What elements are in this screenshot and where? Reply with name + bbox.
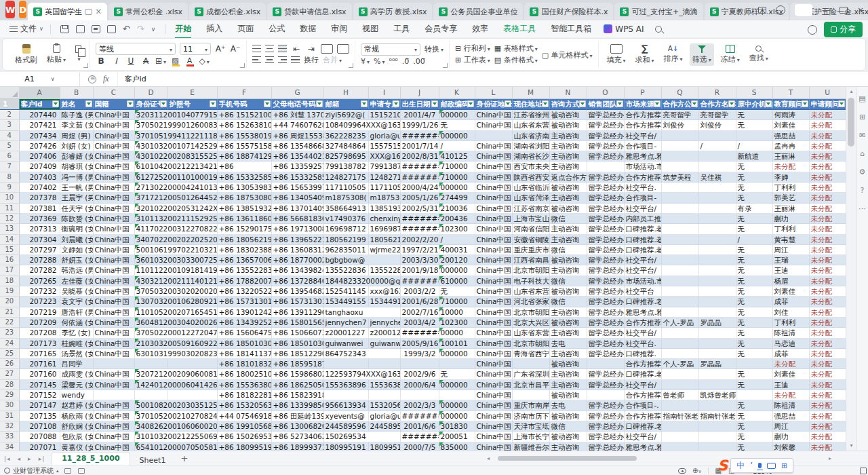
cell[interactable]: 500106199702210321 bbox=[134, 244, 217, 254]
cell[interactable]: China中国 bbox=[475, 140, 512, 151]
cell[interactable]: +86 田延岭13954 bbox=[271, 411, 323, 421]
cell[interactable]: 被动咨询 bbox=[549, 411, 587, 421]
cell[interactable] bbox=[323, 390, 368, 400]
cell[interactable]: 210303200509160922 bbox=[134, 338, 217, 348]
increase-font-icon[interactable]: A⁺ bbox=[215, 44, 226, 54]
header-cell-A[interactable]: 客户id bbox=[19, 99, 60, 110]
cell[interactable]: 无 bbox=[736, 297, 772, 307]
cell[interactable]: 207088 bbox=[19, 432, 60, 442]
cell[interactable]: 430103200107142529 bbox=[134, 140, 217, 151]
cell[interactable]: China中国 bbox=[475, 379, 512, 390]
comma-style-icon[interactable]: ⁰⁰⁰ bbox=[389, 57, 398, 66]
cell[interactable]: ziyi5692@( bbox=[323, 110, 368, 120]
cell[interactable]: 社交平台/ bbox=[624, 130, 661, 140]
cell[interactable] bbox=[661, 400, 698, 411]
cell[interactable]: 电子科技大 bbox=[512, 276, 549, 286]
cell[interactable] bbox=[661, 421, 698, 431]
search-icon[interactable] bbox=[655, 26, 662, 33]
cell[interactable]: 207426 bbox=[19, 140, 60, 151]
cell[interactable] bbox=[698, 244, 736, 254]
cell[interactable] bbox=[661, 193, 698, 203]
row-number[interactable]: 9 bbox=[0, 183, 19, 193]
row-number[interactable]: 11 bbox=[0, 203, 19, 213]
convert-button[interactable]: 转换 bbox=[425, 44, 443, 54]
scroll-right-icon[interactable]: ▸ bbox=[829, 455, 831, 461]
cell[interactable]: 周江 bbox=[772, 421, 809, 431]
cell[interactable]: +86 18002510 bbox=[217, 369, 271, 379]
filter-button[interactable]: 筛选 bbox=[690, 43, 714, 66]
cell[interactable]: 207288 bbox=[19, 255, 60, 265]
cell[interactable] bbox=[93, 390, 134, 400]
cell[interactable]: 000000 bbox=[439, 379, 475, 390]
cell[interactable]: China中国 bbox=[475, 411, 512, 421]
cell[interactable]: 无 bbox=[736, 338, 772, 348]
cell[interactable] bbox=[587, 359, 624, 369]
table-style-button[interactable]: ▦ 表格样式 bbox=[494, 43, 538, 54]
cell[interactable]: 天津市宝坻 bbox=[512, 421, 549, 431]
cell[interactable]: 微信 bbox=[549, 297, 587, 307]
cell[interactable]: 207145 bbox=[19, 379, 60, 390]
menu-tab-插入[interactable]: 插入 bbox=[199, 21, 229, 37]
cell[interactable]: China中国 bbox=[93, 379, 134, 390]
cell[interactable] bbox=[661, 276, 698, 286]
settings-panel-icon[interactable]: ⚙ bbox=[859, 168, 866, 176]
cell[interactable]: 未分配 bbox=[809, 390, 846, 400]
cell[interactable]: 000000 bbox=[439, 183, 475, 193]
bold-button[interactable]: B bbox=[96, 56, 106, 66]
cell[interactable]: / bbox=[736, 140, 772, 151]
cell[interactable]: 刘紫馨 bbox=[772, 442, 809, 451]
cell[interactable]: gloria@uk bbox=[368, 130, 400, 140]
row-number[interactable]: 17 bbox=[0, 265, 19, 276]
cell[interactable]: China中国 bbox=[93, 442, 134, 451]
cell[interactable]: 强思喆 bbox=[772, 130, 809, 140]
cell[interactable] bbox=[661, 140, 698, 151]
filter-dropdown-icon[interactable] bbox=[467, 100, 474, 107]
cell[interactable]: 合作方推荐 bbox=[624, 172, 661, 182]
cell[interactable]: China中国 bbox=[475, 297, 512, 307]
cell[interactable]: +86 13439252 bbox=[217, 317, 271, 327]
number-dialog-launcher[interactable] bbox=[443, 63, 448, 68]
cell[interactable]: 未分配 bbox=[809, 379, 846, 390]
cell[interactable]: +86 1354402198 bbox=[271, 151, 323, 162]
cell[interactable]: China中国 bbox=[93, 411, 134, 421]
formula-content[interactable]: 客户id bbox=[118, 74, 146, 84]
cell[interactable]: 湖南省长沙 bbox=[512, 151, 549, 162]
file-tab[interactable]: S英国留学生× bbox=[28, 3, 107, 20]
row-number[interactable]: 2 bbox=[0, 110, 19, 120]
cell[interactable]: China中国 bbox=[93, 151, 134, 162]
cell[interactable]: 成菲 bbox=[772, 297, 809, 307]
cell[interactable]: 唐浩轩 (男 bbox=[60, 307, 93, 317]
cell[interactable]: 122593794XXX@163. bbox=[323, 369, 400, 379]
cell[interactable]: 207147 bbox=[19, 400, 60, 411]
cell[interactable]: 152541145 bbox=[323, 286, 368, 297]
cell[interactable]: ######## bbox=[400, 224, 439, 234]
header-cell-F[interactable]: 手机号码 bbox=[217, 99, 271, 110]
cell[interactable]: China中国 bbox=[475, 255, 512, 265]
cell[interactable]: 未分配 bbox=[772, 390, 809, 400]
cell[interactable]: China中国 bbox=[93, 213, 134, 223]
cell[interactable]: 曾老师 bbox=[661, 390, 698, 400]
more-panel-icon[interactable]: ⋯ bbox=[859, 205, 866, 212]
cell[interactable]: China中国 bbox=[475, 110, 512, 120]
cell[interactable]: 桂婉唯 (女 bbox=[60, 338, 93, 348]
cell[interactable]: 北京市昌平 bbox=[512, 379, 549, 390]
cell[interactable]: 2003/3/30 bbox=[400, 255, 439, 265]
last-sheet-icon[interactable]: ▸| bbox=[39, 455, 45, 462]
cell[interactable]: 留学总经办 bbox=[587, 421, 624, 431]
cell[interactable]: m1875308( bbox=[323, 193, 368, 203]
cell[interactable]: +86 13611860 bbox=[217, 213, 271, 223]
cell[interactable]: 彭睿婧 (女 bbox=[60, 151, 93, 162]
fill-button[interactable]: 填充 bbox=[604, 43, 629, 66]
cell[interactable]: 未分配 bbox=[809, 110, 846, 120]
cell[interactable]: 新疆维吾尔 bbox=[512, 442, 549, 451]
cell[interactable]: China中国 bbox=[93, 400, 134, 411]
cell[interactable]: 2001/7/14 bbox=[400, 140, 439, 151]
cell[interactable]: 2002/2/20 bbox=[400, 234, 439, 244]
cell[interactable]: 社交平台/ bbox=[624, 379, 661, 390]
cell[interactable] bbox=[661, 348, 698, 358]
cell[interactable]: 文静如 (女 bbox=[60, 244, 93, 254]
cell[interactable]: 雅思考点.雅 bbox=[624, 307, 661, 317]
cell[interactable]: +86 15152100 bbox=[217, 110, 271, 120]
cell[interactable]: 江西省南昌 bbox=[512, 255, 549, 265]
cell[interactable] bbox=[400, 390, 439, 400]
